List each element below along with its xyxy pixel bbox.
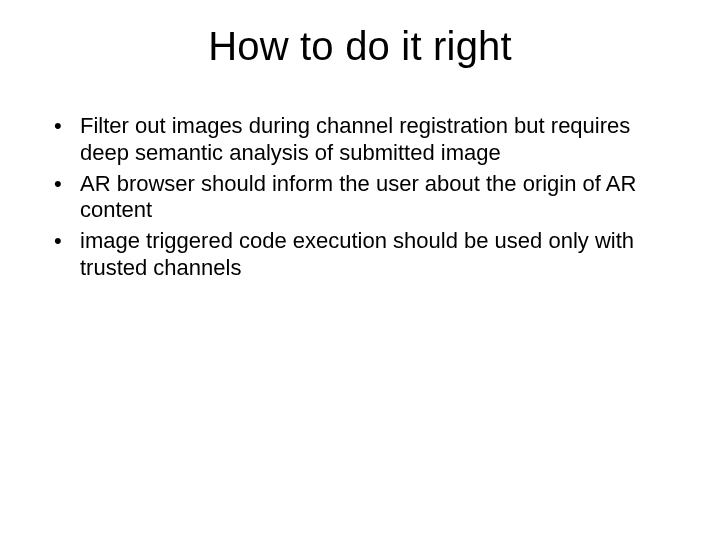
slide-title: How to do it right: [0, 0, 720, 69]
list-item: Filter out images during channel registr…: [52, 113, 668, 167]
bullet-list: Filter out images during channel registr…: [52, 113, 668, 282]
slide: How to do it right Filter out images dur…: [0, 0, 720, 540]
list-item: image triggered code execution should be…: [52, 228, 668, 282]
list-item: AR browser should inform the user about …: [52, 171, 668, 225]
slide-body: Filter out images during channel registr…: [0, 69, 720, 282]
